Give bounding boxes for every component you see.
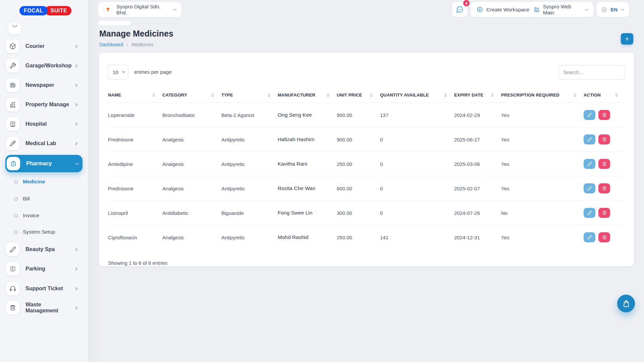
sidebar-item-newspaper[interactable]: Newspaper <box>6 77 82 93</box>
table-row: Ciprofloxacin Analgesic Antipyretic Mohd… <box>108 225 625 250</box>
parking-icon <box>6 262 19 276</box>
workspace-name: Syspro Web Main <box>543 4 581 16</box>
sidebar-item-medical-lab[interactable]: Medical Lab <box>6 135 82 152</box>
company-logo-icon <box>103 4 113 15</box>
sidebar-item-label: Garage/Workshop <box>25 63 72 69</box>
cell-prescription: Yes <box>501 103 584 127</box>
syringe-icon <box>6 137 19 150</box>
trash-icon <box>602 235 607 240</box>
create-workspace-button[interactable]: Create Workspace <box>471 2 535 17</box>
shopping-bag-icon <box>622 300 630 308</box>
sort-icon[interactable] <box>491 93 494 97</box>
sidebar-item-garage-workshop[interactable]: Garage/Workshop <box>6 58 82 74</box>
logo-secondary: SUITE <box>45 6 72 15</box>
delete-button[interactable] <box>598 232 610 242</box>
cell-name: Prednisone <box>108 176 162 201</box>
edit-button[interactable] <box>584 183 595 193</box>
sort-icon[interactable] <box>211 93 214 97</box>
chevron-right-icon <box>74 83 78 87</box>
add-medicine-button[interactable]: + <box>621 33 633 45</box>
sidebar-item-label: Courier <box>25 43 45 49</box>
sidebar-item-support-ticket[interactable]: Support Ticket <box>6 281 82 297</box>
breadcrumb-separator: › <box>126 42 128 47</box>
edit-button[interactable] <box>584 110 595 120</box>
page-title: Manage Medicines <box>99 29 173 39</box>
pencil-icon <box>587 113 592 117</box>
search-input[interactable] <box>558 65 625 79</box>
breadcrumb-dashboard-link[interactable]: Dashboard <box>99 42 123 47</box>
sidebar-subitem-system-setup[interactable]: System Setup <box>14 226 55 238</box>
edit-button[interactable] <box>584 134 595 144</box>
sidebar-item-hospital[interactable]: Hospital <box>6 116 82 132</box>
breadcrumb: Dashboard › Medicines <box>99 42 153 47</box>
sidebar-item-pharmacy[interactable]: Pharmacy <box>5 155 83 172</box>
breadcrumb-current: Medicines <box>131 42 153 47</box>
sidebar-item-label: Support Ticket <box>25 286 63 292</box>
delete-button[interactable] <box>598 134 610 144</box>
trash-icon <box>602 162 607 166</box>
sort-icon[interactable] <box>615 93 618 97</box>
cell-unit-price: 900.00 <box>337 127 380 152</box>
column-header: ACTION <box>584 93 601 98</box>
sort-icon[interactable] <box>268 93 270 97</box>
cell-name: Prednisone <box>108 127 162 152</box>
cell-quantity: 0 <box>380 176 454 201</box>
sort-icon[interactable] <box>574 93 576 97</box>
column-header: NAME <box>108 93 121 98</box>
chevron-right-icon <box>74 141 78 146</box>
sidebar-item-waste-management[interactable]: Waste Management <box>6 300 82 316</box>
sort-icon[interactable] <box>444 93 447 97</box>
cell-name: Loperamide <box>108 103 162 127</box>
chevron-down-icon <box>621 8 625 12</box>
sidebar-subitem-bill[interactable]: Bill <box>14 193 30 205</box>
cell-prescription: Yes <box>501 152 584 176</box>
column-header: PRESCRIPTION REQUIRED <box>501 93 559 98</box>
cell-category: Antidiabetic <box>162 201 221 225</box>
delete-button[interactable] <box>598 183 610 193</box>
sidebar-subitem-invoice[interactable]: Invoice <box>14 209 39 222</box>
sidebar-item-parking[interactable]: Parking <box>6 261 82 277</box>
sidebar-subitem-medicine[interactable]: Medicine <box>14 176 45 188</box>
delete-button[interactable] <box>598 110 610 120</box>
delete-button[interactable] <box>598 208 610 218</box>
sidebar-item-courier[interactable]: Courier <box>6 38 82 54</box>
edit-button[interactable] <box>584 208 595 218</box>
edit-button[interactable] <box>584 232 595 242</box>
chevron-right-icon <box>74 306 78 310</box>
chat-button[interactable]: 0 <box>452 2 467 17</box>
delete-button[interactable] <box>598 159 610 169</box>
header-ghost <box>98 21 130 25</box>
trash-icon <box>602 210 607 215</box>
cell-unit-price: 900.00 <box>337 103 380 127</box>
sidebar-item-label: Property Manage <box>25 102 69 108</box>
sort-icon[interactable] <box>370 93 373 97</box>
cell-type: Beta-2 Agonist <box>221 103 278 127</box>
cell-category: Bronchodilator <box>162 103 221 127</box>
entries-per-page-select[interactable]: 10 <box>107 65 128 79</box>
cell-prescription: Yes <box>501 176 584 201</box>
sidebar-item-label: Beauty Spa <box>25 246 55 252</box>
chevron-down-icon <box>173 8 177 12</box>
sidebar-item-property-manage[interactable]: Property Manage <box>6 97 82 113</box>
sidebar-item-partial[interactable] <box>8 23 21 34</box>
table-row: Prednisone Analgesic Antipyretic Hafizah… <box>108 127 625 152</box>
sort-icon[interactable] <box>152 93 155 97</box>
column-header: UNIT PRICE <box>337 93 362 98</box>
trash-icon <box>602 113 607 117</box>
cell-category: Analgesic <box>162 127 221 152</box>
sort-icon[interactable] <box>327 93 329 97</box>
workspace-selector[interactable]: Syspro Web Main <box>529 2 593 17</box>
headset-icon <box>6 282 19 295</box>
edit-button[interactable] <box>584 159 595 169</box>
sidebar-subitem-label: System Setup <box>23 229 55 235</box>
shop-fab-button[interactable] <box>617 295 635 312</box>
cell-prescription: Yes <box>501 127 584 152</box>
company-selector[interactable]: Syspro Digital Sdn. Bhd. <box>98 2 181 17</box>
sidebar-subitem-label: Medicine <box>23 179 45 185</box>
sidebar-item-beauty-spa[interactable]: Beauty Spa <box>6 241 82 257</box>
cell-prescription: Yes <box>501 225 584 250</box>
cell-expiry-date: 2025-02-07 <box>454 176 501 201</box>
entries-summary: Showing 1 to 6 of 6 entries <box>108 260 634 266</box>
language-selector[interactable]: EN <box>597 2 629 17</box>
cell-unit-price: 250.00 <box>337 152 380 176</box>
